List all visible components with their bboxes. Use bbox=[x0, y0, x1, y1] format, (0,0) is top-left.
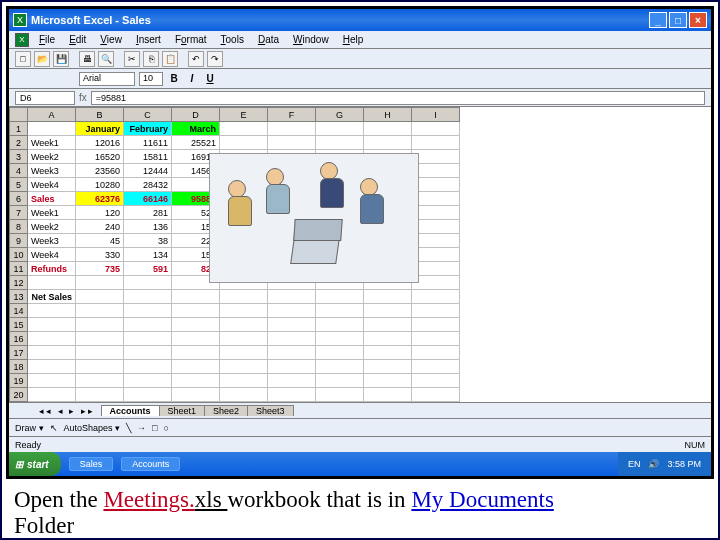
laptop-icon bbox=[290, 238, 340, 264]
col-G[interactable]: G bbox=[316, 108, 364, 122]
font-name-select[interactable]: Arial bbox=[79, 72, 135, 86]
cut-button[interactable]: ✂ bbox=[124, 51, 140, 67]
window-titlebar: X Microsoft Excel - Sales _ □ × bbox=[9, 9, 711, 31]
copy-button[interactable]: ⎘ bbox=[143, 51, 159, 67]
window-buttons: _ □ × bbox=[649, 12, 707, 28]
spreadsheet-area: A B C D E F G H I 1JanuaryFebruaryMarch … bbox=[9, 107, 711, 402]
print-button[interactable]: 🖶 bbox=[79, 51, 95, 67]
tray-time: 3:58 PM bbox=[667, 459, 701, 469]
menu-insert[interactable]: Insert bbox=[130, 34, 167, 45]
preview-button[interactable]: 🔍 bbox=[98, 51, 114, 67]
new-button[interactable]: □ bbox=[15, 51, 31, 67]
minimize-button[interactable]: _ bbox=[649, 12, 667, 28]
select-all[interactable] bbox=[10, 108, 28, 122]
close-button[interactable]: × bbox=[689, 12, 707, 28]
menu-file[interactable]: File bbox=[33, 34, 61, 45]
drawing-toolbar: Draw ▾ ↖ AutoShapes ▾ ╲ → □ ○ bbox=[9, 418, 711, 436]
sheet-tabs: ◂◂ ◂ ▸ ▸▸ Accounts Sheet1 Shee2 Sheet3 bbox=[9, 402, 711, 418]
clipart-people bbox=[209, 153, 419, 283]
title-text: Microsoft Excel - Sales bbox=[31, 14, 649, 26]
col-H[interactable]: H bbox=[364, 108, 412, 122]
task-sales[interactable]: Sales bbox=[69, 457, 114, 471]
standard-toolbar: □ 📂 💾 🖶 🔍 ✂ ⎘ 📋 ↶ ↷ bbox=[9, 49, 711, 69]
col-B[interactable]: B bbox=[76, 108, 124, 122]
windows-icon: ⊞ bbox=[15, 459, 23, 470]
autoshapes-menu[interactable]: AutoShapes ▾ bbox=[64, 423, 121, 433]
tray-sound-icon[interactable]: 🔊 bbox=[648, 459, 659, 469]
menu-view[interactable]: View bbox=[94, 34, 128, 45]
menu-tools[interactable]: Tools bbox=[215, 34, 250, 45]
tab-sheet2[interactable]: Shee2 bbox=[204, 405, 248, 416]
col-I[interactable]: I bbox=[412, 108, 460, 122]
menu-edit[interactable]: Edit bbox=[63, 34, 92, 45]
start-button[interactable]: ⊞ start bbox=[9, 452, 61, 476]
question-text: Open the Meetings.xls workbook that is i… bbox=[14, 487, 706, 539]
formula-row: D6 fx =95881 bbox=[9, 89, 711, 107]
tray-lang[interactable]: EN bbox=[628, 459, 641, 469]
app-icon[interactable]: X bbox=[15, 33, 29, 47]
task-accounts[interactable]: Accounts bbox=[121, 457, 180, 471]
system-tray: EN 🔊 3:58 PM bbox=[618, 452, 711, 476]
grid[interactable]: A B C D E F G H I 1JanuaryFebruaryMarch … bbox=[9, 107, 460, 402]
underline-button[interactable]: U bbox=[203, 72, 217, 86]
windows-taskbar: ⊞ start Sales Accounts EN 🔊 3:58 PM bbox=[9, 452, 711, 476]
status-ready: Ready bbox=[15, 440, 41, 450]
status-num: NUM bbox=[685, 440, 706, 450]
format-toolbar: Arial 10 B I U bbox=[9, 69, 711, 89]
italic-button[interactable]: I bbox=[185, 72, 199, 86]
save-button[interactable]: 💾 bbox=[53, 51, 69, 67]
col-D[interactable]: D bbox=[172, 108, 220, 122]
tab-accounts[interactable]: Accounts bbox=[101, 405, 160, 416]
undo-button[interactable]: ↶ bbox=[188, 51, 204, 67]
menu-format[interactable]: Format bbox=[169, 34, 213, 45]
fx-icon: fx bbox=[79, 92, 87, 103]
oval-icon[interactable]: ○ bbox=[164, 423, 169, 433]
col-F[interactable]: F bbox=[268, 108, 316, 122]
tab-sheet3[interactable]: Sheet3 bbox=[247, 405, 294, 416]
col-A[interactable]: A bbox=[28, 108, 76, 122]
line-icon[interactable]: ╲ bbox=[126, 423, 131, 433]
arrow-shape-icon[interactable]: → bbox=[137, 423, 146, 433]
tab-sheet1[interactable]: Sheet1 bbox=[159, 405, 206, 416]
name-box[interactable]: D6 bbox=[15, 91, 75, 105]
menu-help[interactable]: Help bbox=[337, 34, 370, 45]
menubar: X File Edit View Insert Format Tools Dat… bbox=[9, 31, 711, 49]
menu-data[interactable]: Data bbox=[252, 34, 285, 45]
formula-bar[interactable]: =95881 bbox=[91, 91, 705, 105]
col-E[interactable]: E bbox=[220, 108, 268, 122]
paste-button[interactable]: 📋 bbox=[162, 51, 178, 67]
font-size-select[interactable]: 10 bbox=[139, 72, 163, 86]
tab-nav[interactable]: ◂◂ ◂ ▸ ▸▸ bbox=[39, 406, 95, 416]
col-C[interactable]: C bbox=[124, 108, 172, 122]
excel-screenshot: X Microsoft Excel - Sales _ □ × X File E… bbox=[6, 6, 714, 479]
menu-window[interactable]: Window bbox=[287, 34, 335, 45]
maximize-button[interactable]: □ bbox=[669, 12, 687, 28]
redo-button[interactable]: ↷ bbox=[207, 51, 223, 67]
open-button[interactable]: 📂 bbox=[34, 51, 50, 67]
draw-menu[interactable]: Draw ▾ bbox=[15, 423, 44, 433]
rect-icon[interactable]: □ bbox=[152, 423, 157, 433]
excel-icon: X bbox=[13, 13, 27, 27]
arrow-icon[interactable]: ↖ bbox=[50, 423, 58, 433]
status-bar: Ready NUM bbox=[9, 436, 711, 452]
bold-button[interactable]: B bbox=[167, 72, 181, 86]
